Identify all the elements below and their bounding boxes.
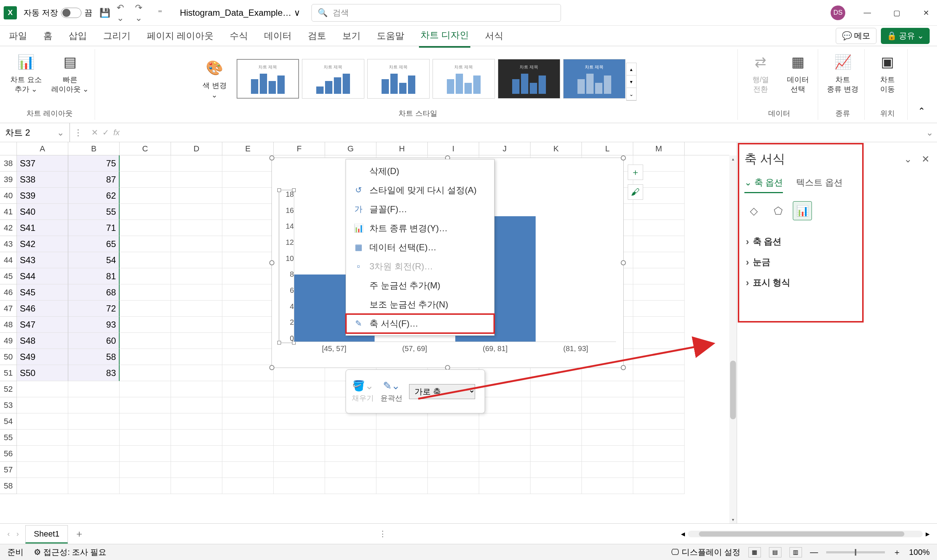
cell[interactable] [479,478,531,494]
sheet-tab-sheet1[interactable]: Sheet1 [25,525,68,543]
section-tick-marks[interactable]: 눈금 [744,252,930,272]
cell[interactable] [633,414,685,429]
cell[interactable] [120,446,171,462]
cell[interactable]: 55 [68,204,120,220]
cell[interactable] [633,446,685,462]
tab-insert[interactable]: 삽입 [67,25,88,47]
cell[interactable] [222,220,274,236]
row-header[interactable]: 51 [0,365,17,381]
cell[interactable] [428,462,479,478]
cell[interactable] [120,155,171,172]
change-chart-type-button[interactable]: 📈 차트 종류 변경 [826,51,860,95]
context-menu-item[interactable]: 삭제(D) [346,162,494,181]
cell[interactable] [582,414,633,429]
cell[interactable] [633,397,685,414]
cell[interactable] [120,188,171,204]
tab-review[interactable]: 검토 [306,25,327,47]
outline-button[interactable]: ✎⌄ 윤곽선 [380,380,403,403]
row-header[interactable]: 41 [0,204,17,220]
hscroll-left-icon[interactable]: ◂ [681,529,685,539]
cell[interactable] [120,478,171,494]
fx-icon[interactable]: fx [113,128,120,137]
cell[interactable] [222,188,274,204]
cell[interactable] [120,414,171,429]
cell[interactable] [377,429,428,446]
cell[interactable] [274,414,325,429]
tab-data[interactable]: 데이터 [263,25,293,47]
cell[interactable] [531,462,582,478]
cell[interactable] [120,204,171,220]
cell[interactable] [68,397,120,414]
row-header[interactable]: 49 [0,333,17,349]
cell[interactable] [633,317,685,333]
row-header[interactable]: 52 [0,381,17,397]
cell[interactable] [171,285,222,300]
cell[interactable] [325,446,377,462]
cell[interactable] [171,462,222,478]
cell[interactable] [274,397,325,414]
cell[interactable]: 60 [68,333,120,349]
cell[interactable] [171,317,222,333]
cell[interactable] [531,446,582,462]
row-header[interactable]: 55 [0,429,17,446]
horizontal-scrollbar[interactable]: ◂ ▸ [681,529,930,539]
cell[interactable] [120,349,171,365]
tab-home[interactable]: 홈 [42,25,54,47]
effects-icon[interactable]: ⬠ [769,201,788,220]
page-layout-view-button[interactable]: ▤ [769,547,781,557]
row-header[interactable]: 56 [0,446,17,462]
chart-style-3[interactable]: 차트 제목 [367,59,430,98]
pane-dropdown-icon[interactable]: ⌄ [904,154,912,165]
cell[interactable] [171,429,222,446]
cell[interactable] [17,381,68,397]
cell[interactable] [171,333,222,349]
cell[interactable]: 72 [68,300,120,317]
cell[interactable] [479,414,531,429]
cell[interactable] [582,462,633,478]
cell[interactable] [171,220,222,236]
tab-chartdesign[interactable]: 차트 디자인 [419,24,470,48]
cell[interactable] [479,462,531,478]
cell[interactable] [582,397,633,414]
chart-handle[interactable] [621,365,626,370]
cell[interactable]: S37 [17,155,68,172]
change-colors-button[interactable]: 🎨 색 변경 ⌄ [199,57,230,101]
cell[interactable]: 87 [68,172,120,188]
cell[interactable] [633,381,685,397]
tab-view[interactable]: 보기 [341,25,362,47]
pane-tab-text-options[interactable]: 텍스트 옵션 [796,177,843,193]
cancel-icon[interactable]: ✕ [91,128,98,137]
cell[interactable] [633,478,685,494]
scroll-down-icon[interactable]: ▾ [729,516,737,523]
cell[interactable]: S40 [17,204,68,220]
col-header-B[interactable]: B [68,142,120,155]
cell[interactable] [222,462,274,478]
cell[interactable] [171,236,222,252]
cell[interactable] [633,349,685,365]
cell[interactable] [531,478,582,494]
row-header[interactable]: 40 [0,188,17,204]
cell[interactable] [222,446,274,462]
chart-styles-button[interactable]: 🖌 [628,185,643,200]
chart-style-2[interactable]: 차트 제목 [302,59,364,98]
context-menu-item[interactable]: 보조 눈금선 추가(N) [346,295,494,314]
col-header-J[interactable]: J [479,142,531,155]
cell[interactable]: S49 [17,349,68,365]
select-data-button[interactable]: ▦ 데이터 선택 [783,51,814,95]
cell[interactable] [120,429,171,446]
share-button[interactable]: 🔒 공유 ⌄ [881,28,930,44]
chart-handle[interactable] [269,365,275,370]
move-chart-button[interactable]: ▣ 차트 이동 [872,51,903,95]
context-menu-item[interactable]: ✎축 서식(F)… [346,314,494,333]
cell[interactable] [120,285,171,300]
chart-handle[interactable] [621,155,626,160]
add-chart-element-button[interactable]: 📊 차트 요소 추가 ⌄ [9,51,43,95]
cell[interactable] [17,429,68,446]
cell[interactable]: S43 [17,252,68,268]
cell[interactable] [531,397,582,414]
zoom-in-button[interactable]: ＋ [893,547,901,558]
cell[interactable] [633,220,685,236]
cell[interactable] [222,397,274,414]
undo-icon[interactable]: ↶ ⌄ [117,6,130,19]
col-header-D[interactable]: D [171,142,222,155]
